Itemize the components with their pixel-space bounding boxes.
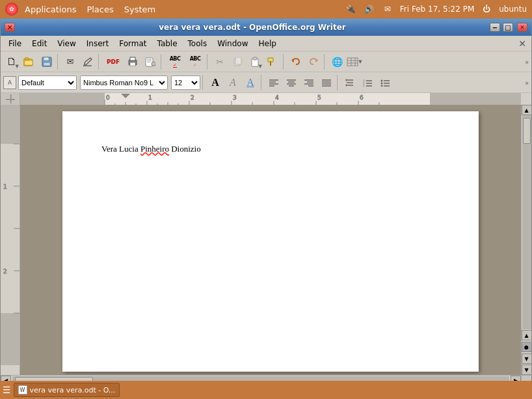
volume-icon[interactable]: 🔊 <box>364 3 375 15</box>
toolbar-separator-6 <box>324 54 326 70</box>
format-toolbar-expand[interactable]: » <box>525 78 529 87</box>
line-spacing-button[interactable] <box>341 74 358 91</box>
menu-window[interactable]: Window <box>212 38 253 49</box>
bottom-menu-icon[interactable]: ☰ <box>3 385 11 395</box>
open-button[interactable] <box>21 53 38 70</box>
align-center-button[interactable] <box>283 74 300 91</box>
hyperlink-button[interactable]: 🌐 <box>328 53 345 70</box>
taskbar-places[interactable]: Places <box>83 3 117 16</box>
menu-insert[interactable]: Insert <box>81 38 114 49</box>
save-button[interactable] <box>38 53 55 70</box>
svg-point-59 <box>381 82 383 84</box>
scroll-up-button[interactable]: ▲ <box>522 105 532 115</box>
table-icon <box>347 57 358 66</box>
scroll-nav-group: ▲ ● ▼ <box>522 329 532 365</box>
cut-button[interactable]: ✂ <box>211 53 228 70</box>
list-unordered-icon <box>380 79 390 87</box>
align-justify-button[interactable] <box>318 74 335 91</box>
font-name-dropdown[interactable]: Nimbus Roman No9 L <box>80 76 168 90</box>
pdf-icon: PDF <box>107 59 120 65</box>
svg-rect-22 <box>270 61 271 66</box>
bold-button[interactable]: A <box>207 74 224 91</box>
menu-view[interactable]: View <box>52 38 81 49</box>
scroll-nav-down-button[interactable]: ▼ <box>522 353 532 364</box>
nav-up-icon: ▲ <box>524 333 528 338</box>
svg-rect-67 <box>105 93 430 105</box>
list-unordered-button[interactable] <box>377 74 393 91</box>
menu-edit[interactable]: Edit <box>27 38 52 49</box>
italic-button[interactable]: A <box>224 74 241 91</box>
network-icon[interactable]: 🔌 <box>345 3 357 15</box>
window-taskbar-item[interactable]: W vera vera vera.odt - O... <box>14 383 120 397</box>
edit-mode-button[interactable] <box>79 53 96 70</box>
open-icon <box>23 57 35 67</box>
menu-file[interactable]: File <box>3 38 27 49</box>
email-icon: ✉ <box>67 57 74 66</box>
menu-help[interactable]: Help <box>253 38 281 49</box>
print-button[interactable] <box>124 53 141 70</box>
window-close-button[interactable]: ✕ <box>5 23 15 32</box>
toolbar-expand[interactable]: » <box>525 57 529 66</box>
ubuntu-logo[interactable]: ✿ <box>5 3 18 16</box>
menu-table[interactable]: Table <box>152 38 183 49</box>
page-content[interactable]: Vera Lucia Pinheiro Dionizio <box>101 144 440 154</box>
undo-button[interactable] <box>287 53 304 70</box>
window-close-button2[interactable]: ✕ <box>517 23 527 32</box>
window-maximize-button[interactable]: □ <box>503 23 513 32</box>
spellcheck-auto-icon: ABC ✓ <box>190 56 201 68</box>
svg-rect-96 <box>1 105 20 144</box>
export-pdf-button[interactable]: PDF <box>103 53 124 70</box>
underline-button[interactable]: A <box>242 74 259 91</box>
new-button[interactable]: 🗋 ▼ <box>3 53 20 70</box>
svg-rect-25 <box>347 58 358 66</box>
format-sep-2 <box>261 75 263 90</box>
svg-rect-68 <box>430 93 521 105</box>
svg-rect-1 <box>25 58 29 60</box>
bottom-taskbar: ☰ W vera vera vera.odt - O... <box>0 381 532 399</box>
vertical-scrollbar[interactable]: ▲ ▲ ● ▼ ▼ <box>521 105 531 375</box>
preview-button[interactable] <box>142 53 159 70</box>
svg-text:3.: 3. <box>363 84 366 87</box>
doc-icon: W <box>18 385 27 394</box>
svg-point-57 <box>381 79 383 81</box>
power-icon[interactable]: ⏻ <box>481 3 492 15</box>
misspelled-word: Pinheiro <box>140 144 169 154</box>
scroll-nav-up-button[interactable]: ▲ <box>522 330 532 340</box>
italic-icon: A <box>230 77 236 89</box>
paragraph-style-dropdown[interactable]: Default <box>18 76 77 90</box>
paste-button[interactable]: ▼ <box>246 53 263 70</box>
email-button[interactable]: ✉ <box>62 53 79 70</box>
menu-tools[interactable]: Tools <box>183 38 213 49</box>
document-scroll-area: 1 2 Vera Lucia Pinheiro Dionizio <box>1 105 531 375</box>
align-left-button[interactable] <box>265 74 282 91</box>
svg-text:3: 3 <box>233 94 237 101</box>
redo-button[interactable] <box>305 53 322 70</box>
menubar-close-icon[interactable]: ✕ <box>516 38 529 49</box>
format-paint-button[interactable] <box>264 53 281 70</box>
scroll-down-button[interactable]: ▼ <box>522 365 532 375</box>
document-page[interactable]: Vera Lucia Pinheiro Dionizio <box>62 111 479 372</box>
copy-button[interactable] <box>229 53 246 70</box>
menu-format[interactable]: Format <box>114 38 152 49</box>
spellcheck-button[interactable]: ABC ✓ <box>165 53 185 70</box>
cut-icon: ✂ <box>216 57 224 67</box>
align-right-button[interactable] <box>300 74 317 91</box>
ruler-corner[interactable] <box>1 93 20 105</box>
spellcheck-auto-button[interactable]: ABC ✓ <box>185 53 205 70</box>
align-justify-icon <box>322 79 331 87</box>
mail-icon[interactable]: ✉ <box>382 3 393 15</box>
svg-rect-5 <box>44 62 50 66</box>
list-ordered-button[interactable]: 1. 2. 3. <box>359 74 376 91</box>
window-minimize-button[interactable]: − <box>490 23 500 32</box>
svg-marker-50 <box>345 84 347 87</box>
scroll-thumb[interactable] <box>523 118 531 144</box>
table-insert-button[interactable]: ▼ <box>346 53 363 70</box>
ruler-toggle-icon <box>5 94 16 104</box>
taskbar-system[interactable]: System <box>120 3 159 16</box>
scroll-track[interactable] <box>522 115 531 329</box>
taskbar-applications[interactable]: Applications <box>21 3 80 16</box>
align-right-icon <box>304 79 313 87</box>
font-size-dropdown[interactable]: 12 <box>171 76 200 90</box>
scroll-nav-center-button[interactable]: ● <box>522 342 532 352</box>
document-page-area[interactable]: Vera Lucia Pinheiro Dionizio <box>20 105 521 375</box>
